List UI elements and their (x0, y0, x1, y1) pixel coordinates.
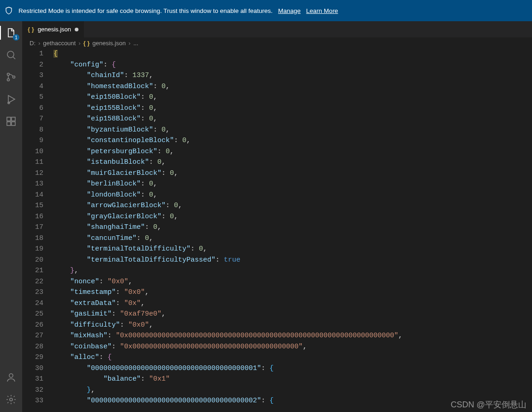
breadcrumb[interactable]: D: › gethaccount › { } genesis.json › ..… (22, 37, 532, 48)
code-line[interactable]: "000000000000000000000000000000000000000… (54, 395, 532, 406)
code-line[interactable]: { (54, 48, 532, 60)
chevron-right-icon: › (129, 40, 131, 47)
banner-message: Restricted Mode is intended for safe cod… (18, 7, 273, 14)
restricted-mode-banner: Restricted Mode is intended for safe cod… (0, 0, 532, 21)
code-line[interactable]: "extraData": "0x", (54, 298, 532, 309)
tab-bar: { } genesis.json (22, 21, 532, 37)
accounts-activity[interactable] (0, 370, 22, 385)
chevron-right-icon: › (38, 40, 40, 47)
code-line[interactable]: "eip150Block": 0, (54, 92, 532, 103)
code-line[interactable]: "eip155Block": 0, (54, 103, 532, 114)
code-line[interactable]: "berlinBlock": 0, (54, 179, 532, 190)
search-activity[interactable] (0, 47, 22, 63)
svg-rect-7 (7, 122, 11, 125)
code-editor[interactable]: 1234567891011121314151617181920212223242… (22, 48, 532, 412)
explorer-activity[interactable]: 1 (0, 25, 22, 41)
svg-point-2 (7, 79, 10, 81)
code-line[interactable]: }, (54, 265, 532, 276)
code-line[interactable]: }, (54, 385, 532, 396)
svg-rect-5 (7, 117, 11, 121)
code-content[interactable]: { "config": { "chainId": 1337, "homestea… (54, 48, 532, 412)
svg-point-3 (13, 76, 15, 78)
code-line[interactable]: "muirGlacierBlock": 0, (54, 168, 532, 179)
code-line[interactable]: "timestamp": "0x0", (54, 287, 532, 298)
shield-icon (5, 6, 13, 15)
code-line[interactable]: "grayGlacierBlock": 0, (54, 211, 532, 222)
code-line[interactable]: "byzantiumBlock": 0, (54, 125, 532, 136)
manage-link[interactable]: Manage (278, 7, 301, 14)
svg-rect-8 (12, 122, 15, 125)
code-line[interactable]: "arrowGlacierBlock": 0, (54, 200, 532, 211)
chevron-right-icon: › (78, 40, 80, 47)
code-line[interactable]: "mixHash": "0x00000000000000000000000000… (54, 330, 532, 341)
source-control-activity[interactable] (0, 69, 22, 85)
svg-point-10 (10, 398, 12, 401)
code-line[interactable]: "shanghaiTime": 0, (54, 222, 532, 233)
breadcrumb-folder: gethaccount (43, 40, 76, 47)
code-line[interactable]: "homesteadBlock": 0, (54, 81, 532, 92)
run-debug-activity[interactable] (0, 91, 22, 107)
code-line[interactable]: "balance": "0x1" (54, 374, 532, 385)
code-line[interactable]: "alloc": { (54, 352, 532, 363)
line-number-gutter: 1234567891011121314151617181920212223242… (22, 48, 54, 412)
code-line[interactable]: "petersburgBlock": 0, (54, 146, 532, 157)
learn-more-link[interactable]: Learn More (306, 7, 338, 14)
svg-point-0 (7, 51, 14, 58)
svg-point-1 (7, 73, 10, 76)
code-line[interactable]: "gasLimit": "0xaf79e0", (54, 309, 532, 320)
code-line[interactable]: "cancunTime": 0, (54, 233, 532, 244)
code-line[interactable]: "chainId": 1337, (54, 70, 532, 81)
settings-activity[interactable] (0, 392, 22, 407)
svg-rect-6 (12, 117, 15, 121)
code-line[interactable]: "config": { (54, 60, 532, 71)
explorer-badge: 1 (13, 34, 19, 41)
code-line[interactable]: "terminalTotalDifficultyPassed": true (54, 255, 532, 266)
breadcrumb-drive: D: (30, 40, 36, 47)
code-line[interactable]: "terminalTotalDifficulty": 0, (54, 244, 532, 255)
svg-point-9 (9, 374, 13, 377)
tab-genesis-json[interactable]: { } genesis.json (22, 21, 84, 37)
extensions-activity[interactable] (0, 113, 22, 129)
code-line[interactable]: "coinbase": "0x0000000000000000000000000… (54, 341, 532, 352)
json-file-icon: { } (28, 26, 34, 33)
editor-area: { } genesis.json D: › gethaccount › { } … (22, 21, 532, 412)
modified-indicator-icon (75, 28, 78, 31)
code-line[interactable]: "eip158Block": 0, (54, 113, 532, 125)
code-line[interactable]: "istanbulBlock": 0, (54, 157, 532, 168)
tab-filename: genesis.json (38, 26, 71, 33)
activity-bar: 1 (0, 21, 22, 412)
breadcrumb-file: genesis.json (92, 40, 126, 47)
json-file-icon: { } (84, 40, 90, 47)
code-line[interactable]: "nonce": "0x0", (54, 276, 532, 287)
code-line[interactable]: "constantinopleBlock": 0, (54, 135, 532, 146)
code-line[interactable]: "difficulty": "0x0", (54, 320, 532, 331)
code-line[interactable]: "londonBlock": 0, (54, 190, 532, 201)
breadcrumb-trail: ... (133, 40, 138, 47)
code-line[interactable]: "000000000000000000000000000000000000000… (54, 363, 532, 374)
